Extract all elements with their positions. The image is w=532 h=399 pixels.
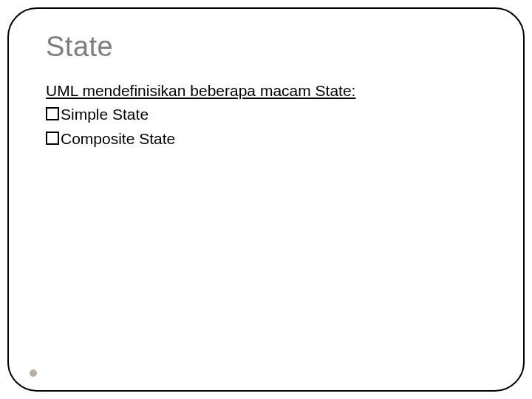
intro-text: UML mendefinisikan beberapa macam State: [46,81,486,101]
page-indicator-icon [30,369,37,377]
bullet-label: Composite State [61,129,175,149]
bullet-item: Composite State [46,129,486,149]
checkbox-icon [46,132,59,145]
bullet-label: Simple State [61,104,149,125]
bullet-item: Simple State [46,104,486,125]
slide-frame: State UML mendefinisikan beberapa macam … [7,7,525,392]
checkbox-icon [46,107,59,120]
slide-title: State [46,31,486,63]
